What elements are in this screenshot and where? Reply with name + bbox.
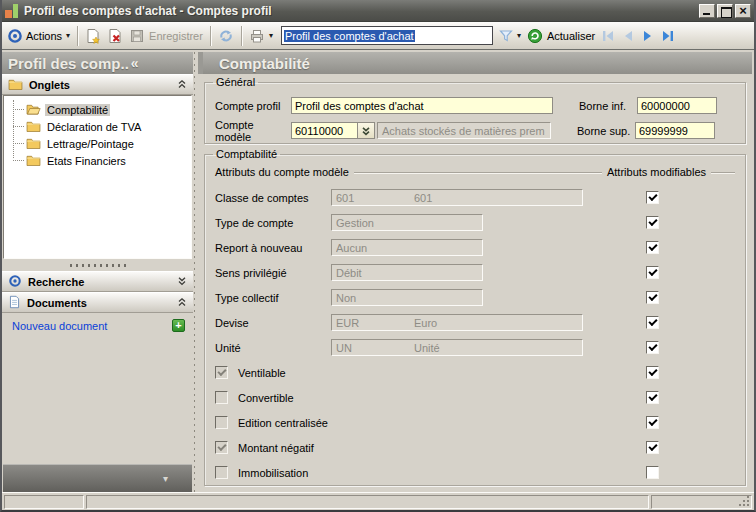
modifiable-checkbox[interactable] <box>646 466 659 479</box>
actions-target-icon[interactable] <box>7 28 23 44</box>
nav-last-button[interactable] <box>658 25 678 47</box>
save-button[interactable]: Enregistrer <box>126 25 206 47</box>
attr-value-field: Gestion <box>331 214 483 231</box>
attribute-rows: Classe de comptes 601 601 Type de compte… <box>215 185 735 485</box>
new-document-link[interactable]: Nouveau document <box>12 320 107 332</box>
attr-label: Edition centralisée <box>238 417 328 429</box>
sync-button[interactable] <box>215 25 237 47</box>
minimize-button[interactable] <box>699 4 715 18</box>
search-target-icon <box>8 274 22 290</box>
window-title: Profil des comptes d'achat - Comptes pro… <box>24 4 697 18</box>
attr-row-type-collectif: Type collectif Non <box>215 285 735 310</box>
sidebar-section-documents[interactable]: Documents <box>2 292 193 313</box>
filter-dropdown-button[interactable]: ▾ <box>514 25 524 47</box>
sidebar-section-recherche[interactable]: Recherche <box>2 271 193 292</box>
attr-value-field: EUR Euro <box>331 314 583 331</box>
printer-icon <box>249 28 265 44</box>
actions-label: Actions <box>26 30 62 42</box>
modifiable-checkbox[interactable] <box>646 416 659 429</box>
document-icon <box>8 295 21 311</box>
maximize-button[interactable] <box>717 4 733 18</box>
tree-item-label: Comptabilité <box>45 104 110 116</box>
titlebar: Profil des comptes d'achat - Comptes pro… <box>2 0 754 22</box>
compte-profil-row: Compte profil Profil des comptes d'achat… <box>215 96 735 115</box>
toolbar-separator <box>210 26 211 46</box>
borne-inf-input[interactable]: 60000000 <box>637 97 717 114</box>
chevron-double-up-icon <box>177 297 187 309</box>
new-record-button[interactable] <box>82 25 104 47</box>
refresh-button[interactable]: Actualiser <box>524 25 598 47</box>
delete-record-button[interactable] <box>104 25 126 47</box>
edition-centralisee-checkbox <box>215 416 228 429</box>
attr-label: Convertible <box>238 392 294 404</box>
modifiable-checkbox[interactable] <box>646 316 659 329</box>
attr-value2: Unité <box>414 342 578 354</box>
tree-item-lettrage-pointage[interactable]: Lettrage/Pointage <box>10 135 191 152</box>
tree-item-declaration-tva[interactable]: Déclaration de TVA <box>10 118 191 135</box>
nav-previous-button[interactable] <box>618 25 638 47</box>
new-document-row: Nouveau document + <box>2 313 193 335</box>
attr-label: Immobilisation <box>238 467 308 479</box>
nav-first-button[interactable] <box>598 25 618 47</box>
attr-label: Ventilable <box>238 367 286 379</box>
attr-value2: 601 <box>414 192 578 204</box>
modifiable-checkbox[interactable] <box>646 291 659 304</box>
add-document-button[interactable]: + <box>172 319 185 332</box>
modifiable-checkbox[interactable] <box>646 441 659 454</box>
compte-profil-input[interactable]: Profil des comptes d'achat <box>291 97 553 114</box>
search-selected-text: Profil des comptes d'achat <box>284 30 415 42</box>
save-label: Enregistrer <box>149 30 203 42</box>
chevron-double-up-icon <box>177 79 187 91</box>
app-window: Profil des comptes d'achat - Comptes pro… <box>0 0 756 512</box>
sidebar-bottom-bar[interactable]: ▾ <box>3 464 192 492</box>
compte-modele-row: Compte modèle 60110000 Achats stockés de… <box>215 121 735 140</box>
borne-sup-label: Borne sup. <box>577 125 635 137</box>
tree-item-etats-financiers[interactable]: Etats Financiers <box>10 152 191 169</box>
collapse-sidebar-icon[interactable]: « <box>131 55 139 71</box>
close-button[interactable] <box>735 4 751 18</box>
ventilable-checkbox <box>215 366 228 379</box>
attr-row-type-compte: Type de compte Gestion <box>215 210 735 235</box>
borne-sup-input[interactable]: 69999999 <box>635 122 715 139</box>
nav-next-button[interactable] <box>638 25 658 47</box>
status-panel-right <box>651 495 752 509</box>
modifiable-checkbox[interactable] <box>646 216 659 229</box>
compte-modele-input[interactable]: 60110000 <box>291 122 357 139</box>
folder-icon <box>26 120 41 134</box>
attr-value-field: Débit <box>331 264 483 281</box>
attr-value: EUR <box>336 317 414 329</box>
recherche-label: Recherche <box>28 276 84 288</box>
modifiable-checkbox[interactable] <box>646 191 659 204</box>
folder-icon <box>26 154 41 168</box>
modifiable-checkbox[interactable] <box>646 241 659 254</box>
filter-funnel-icon[interactable] <box>498 28 514 44</box>
attr-value: Non <box>336 292 478 304</box>
compte-modele-dropdown-button[interactable] <box>357 122 375 139</box>
onglets-label: Onglets <box>29 79 70 91</box>
modifiable-checkbox[interactable] <box>646 391 659 404</box>
chevron-double-down-icon <box>177 276 187 288</box>
modifiable-checkbox[interactable] <box>646 366 659 379</box>
montant-negatif-checkbox <box>215 441 228 454</box>
attr-label: Unité <box>215 342 331 354</box>
compte-profil-label: Compte profil <box>215 100 291 112</box>
print-button[interactable]: ▾ <box>246 25 276 47</box>
search-input[interactable]: Profil des comptes d'achat <box>281 26 493 45</box>
sidebar-section-onglets[interactable]: Onglets <box>2 74 193 95</box>
last-record-icon <box>660 28 676 44</box>
page-title: Comptabilité <box>198 52 752 74</box>
modifiable-checkbox[interactable] <box>646 341 659 354</box>
attr-value: Débit <box>336 267 478 279</box>
divider <box>711 172 735 173</box>
status-bar <box>2 492 754 510</box>
attr-row-unite: Unité UN Unité <box>215 335 735 360</box>
attr-row-devise: Devise EUR Euro <box>215 310 735 335</box>
tree-item-comptabilite[interactable]: Comptabilité <box>10 101 191 118</box>
sidebar-header-title: Profil des comp.. <box>8 55 129 72</box>
attr-value: Gestion <box>336 217 478 229</box>
actions-menu-button[interactable]: Actions ▾ <box>23 25 73 47</box>
modifiable-checkbox[interactable] <box>646 266 659 279</box>
comptabilite-legend: Comptabilité <box>213 148 280 160</box>
attr-row-edition-centralisee: Edition centralisée <box>215 410 735 435</box>
sidebar-splitter-handle[interactable] <box>2 259 193 271</box>
